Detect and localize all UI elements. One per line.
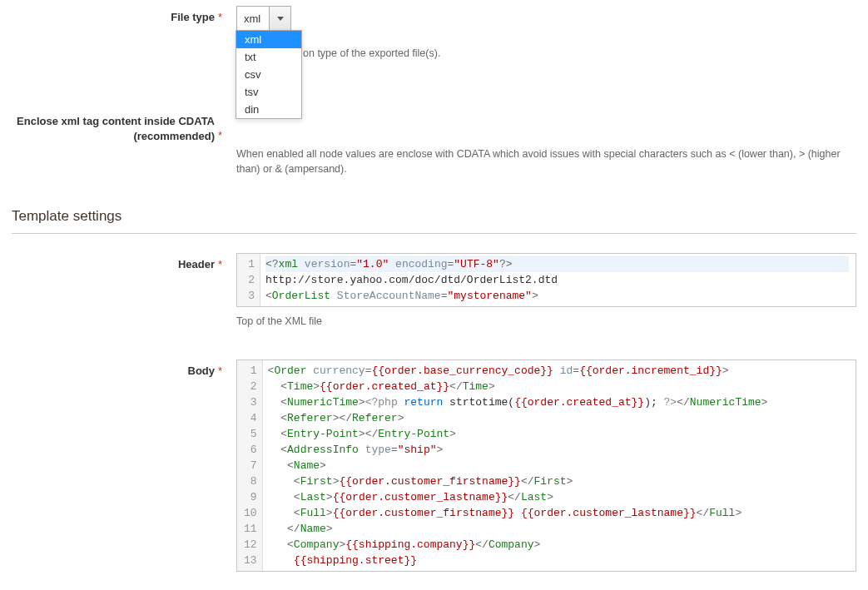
- row-header: Header * 123 <?xml version="1.0" encodin…: [12, 252, 856, 327]
- row-enclose-cdata: Enclose xml tag content inside CDATA (re…: [12, 114, 856, 176]
- file-type-selected-value: xml: [237, 12, 269, 25]
- ctrl-enclose-cdata: When enabled all node values are enclose…: [230, 114, 856, 176]
- label-body: Body: [12, 359, 218, 377]
- file-type-option-din[interactable]: din: [236, 101, 301, 118]
- file-type-option-xml[interactable]: xml: [236, 31, 301, 48]
- spacer: [12, 32, 856, 114]
- header-code-editor[interactable]: 123 <?xml version="1.0" encoding="UTF-8"…: [236, 253, 856, 307]
- body-code-editor[interactable]: 12345678910111213 <Order currency={{orde…: [236, 359, 856, 572]
- row-file-type: File type * xml xmltxtcsvtsvdin on type …: [12, 5, 856, 31]
- file-type-option-csv[interactable]: csv: [236, 66, 301, 83]
- section-title-template-settings: Template settings: [12, 178, 856, 234]
- required-asterisk: *: [218, 252, 230, 270]
- settings-form: File type * xml xmltxtcsvtsvdin on type …: [0, 0, 868, 578]
- spacer: [12, 329, 856, 359]
- label-header: Header: [12, 252, 218, 270]
- file-type-select[interactable]: xml xmltxtcsvtsvdin: [236, 6, 291, 31]
- header-help-text: Top of the XML file: [236, 315, 856, 327]
- file-type-option-tsv[interactable]: tsv: [236, 83, 301, 101]
- file-type-help-text: on type of the exported file(s).: [303, 47, 440, 59]
- ctrl-header: 123 <?xml version="1.0" encoding="UTF-8"…: [230, 252, 856, 327]
- code-gutter: 123: [237, 254, 260, 306]
- required-asterisk: *: [218, 359, 230, 377]
- file-type-dropdown[interactable]: xmltxtcsvtsvdin: [236, 30, 302, 119]
- ctrl-body: 12345678910111213 <Order currency={{orde…: [230, 359, 856, 572]
- row-body: Body * 12345678910111213 <Order currency…: [12, 359, 856, 572]
- ctrl-file-type: xml xmltxtcsvtsvdin on type of the expor…: [230, 5, 856, 31]
- file-type-option-txt[interactable]: txt: [236, 48, 301, 66]
- required-asterisk: *: [218, 5, 230, 23]
- required-asterisk: *: [218, 114, 230, 141]
- label-enclose-cdata: Enclose xml tag content inside CDATA (re…: [12, 114, 218, 143]
- chevron-down-icon: [277, 17, 284, 21]
- label-file-type: File type: [12, 5, 218, 23]
- code-content[interactable]: <Order currency={{order.base_currency_co…: [263, 360, 856, 571]
- file-type-select-display[interactable]: xml: [236, 6, 291, 31]
- code-gutter: 12345678910111213: [237, 360, 263, 571]
- code-content[interactable]: <?xml version="1.0" encoding="UTF-8"?>ht…: [260, 254, 856, 306]
- file-type-dropdown-button[interactable]: [269, 7, 290, 30]
- enclose-cdata-help-text: When enabled all node values are enclose…: [236, 146, 852, 176]
